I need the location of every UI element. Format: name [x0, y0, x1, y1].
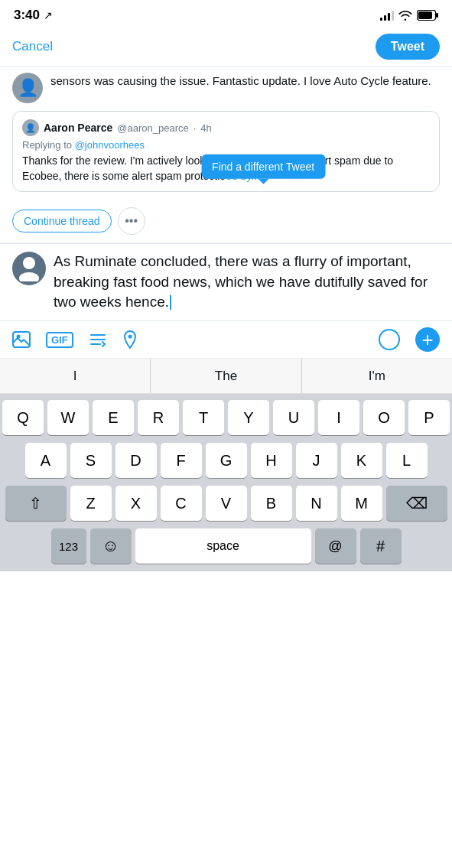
at-label: @: [328, 538, 342, 554]
key-q[interactable]: Q: [2, 400, 44, 435]
key-c[interactable]: C: [161, 486, 202, 521]
compose-toolbar: GIF +: [0, 320, 452, 359]
more-dots-icon: •••: [125, 214, 138, 228]
key-space[interactable]: space: [135, 528, 311, 564]
compose-text-area[interactable]: As Ruminate concluded, there was a flurr…: [46, 252, 440, 313]
quoted-author-avatar: 👤: [22, 119, 39, 136]
tweet-author-avatar: 👤: [12, 73, 43, 103]
plus-icon: +: [421, 330, 433, 349]
autocomplete-item-im[interactable]: I'm: [302, 359, 452, 393]
context-text: sensors was causing the issue. Fantastic…: [50, 73, 440, 90]
add-tweet-button[interactable]: +: [415, 327, 440, 352]
key-l[interactable]: L: [386, 443, 428, 478]
more-options-button[interactable]: •••: [118, 207, 145, 235]
key-f[interactable]: F: [161, 443, 202, 478]
key-b[interactable]: B: [251, 486, 292, 521]
key-j[interactable]: J: [296, 443, 337, 478]
key-d[interactable]: D: [115, 443, 157, 478]
find-different-tweet-tooltip[interactable]: Find a different Tweet: [201, 154, 325, 178]
key-123[interactable]: 123: [51, 528, 86, 564]
key-g[interactable]: G: [206, 443, 247, 478]
quoted-author-handle: @aaron_pearce: [117, 122, 188, 134]
autocomplete-text-the: The: [215, 369, 237, 384]
key-hash[interactable]: #: [360, 528, 402, 564]
autocomplete-bar: I The I'm: [0, 359, 452, 394]
key-a[interactable]: A: [25, 443, 67, 478]
context-tweet-body: sensors was causing the issue. Fantastic…: [43, 73, 440, 90]
top-bar: Cancel Tweet: [0, 28, 452, 67]
key-i[interactable]: I: [318, 400, 359, 435]
backspace-icon: ⌫: [406, 494, 428, 512]
compose-tweet-text: As Ruminate concluded, there was a flurr…: [54, 253, 428, 310]
status-bar: 3:40 ↗: [0, 0, 452, 28]
quoted-time-ago: 4h: [200, 122, 211, 134]
compose-area: As Ruminate concluded, there was a flurr…: [0, 243, 452, 320]
cancel-button[interactable]: Cancel: [12, 36, 53, 57]
svg-rect-2: [418, 11, 432, 19]
hash-label: #: [376, 538, 385, 555]
svg-point-4: [19, 272, 39, 281]
svg-point-10: [128, 335, 132, 339]
key-n[interactable]: N: [296, 486, 337, 521]
autocomplete-text-i: I: [73, 369, 77, 384]
compose-avatar: [12, 252, 46, 285]
key-w[interactable]: W: [47, 400, 89, 435]
emoji-icon: ☺: [102, 536, 119, 556]
tweet-button[interactable]: Tweet: [376, 34, 440, 60]
space-label: space: [206, 539, 239, 553]
shift-icon: ⇧: [29, 494, 42, 512]
keyboard-bottom-row: 123 ☺ space @ #: [2, 528, 450, 564]
action-row: Continue thread •••: [0, 200, 452, 242]
key-y[interactable]: Y: [228, 400, 269, 435]
symbol-label: 123: [59, 540, 78, 553]
wifi-icon: [398, 10, 412, 21]
key-m[interactable]: M: [341, 486, 382, 521]
quoted-author-name: Aaron Pearce: [44, 122, 112, 134]
status-icons: [380, 10, 438, 21]
key-r[interactable]: R: [138, 400, 179, 435]
quoted-time: ·: [193, 122, 197, 134]
svg-rect-1: [436, 13, 438, 18]
quoted-tweet-header: 👤 Aaron Pearce @aaron_pearce · 4h: [22, 119, 430, 136]
key-h[interactable]: H: [251, 443, 292, 478]
progress-circle: [379, 329, 400, 350]
keyboard-row-3: ⇧ Z X C V B N M ⌫: [2, 486, 450, 521]
autocomplete-item-i[interactable]: I: [0, 359, 151, 393]
key-emoji[interactable]: ☺: [90, 528, 132, 564]
key-s[interactable]: S: [70, 443, 112, 478]
gif-button[interactable]: GIF: [46, 332, 73, 348]
battery-icon: [417, 10, 438, 21]
keyboard-row-1: Q W E R T Y U I O P: [2, 400, 450, 435]
location-icon[interactable]: [122, 330, 138, 349]
key-v[interactable]: V: [206, 486, 247, 521]
key-shift[interactable]: ⇧: [5, 486, 67, 521]
key-at[interactable]: @: [315, 528, 356, 564]
key-e[interactable]: E: [93, 400, 134, 435]
signal-icon: [380, 10, 394, 21]
text-cursor: [170, 295, 171, 310]
autocomplete-text-im: I'm: [369, 369, 385, 384]
autocomplete-item-the[interactable]: The: [151, 359, 301, 393]
list-icon[interactable]: [89, 332, 107, 347]
key-u[interactable]: U: [273, 400, 314, 435]
key-backspace[interactable]: ⌫: [386, 486, 447, 521]
keyboard: Q W E R T Y U I O P A S D F G H J K L ⇧ …: [0, 394, 452, 571]
image-icon[interactable]: [12, 331, 31, 348]
key-x[interactable]: X: [115, 486, 157, 521]
gif-label: GIF: [51, 334, 68, 346]
continue-thread-button[interactable]: Continue thread: [12, 210, 112, 232]
navigation-arrow-icon: ↗: [44, 9, 53, 21]
quoted-tweet: 👤 Aaron Pearce @aaron_pearce · 4h Replyi…: [12, 111, 440, 192]
key-t[interactable]: T: [183, 400, 224, 435]
keyboard-row-2: A S D F G H J K L: [2, 443, 450, 478]
key-o[interactable]: O: [363, 400, 405, 435]
quoted-replying-handle: @johnvoorhees: [75, 139, 145, 151]
key-z[interactable]: Z: [70, 486, 112, 521]
quoted-replying-label: Replying to @johnvoorhees: [22, 139, 430, 151]
status-time: 3:40: [14, 8, 40, 23]
key-k[interactable]: K: [341, 443, 382, 478]
thread-area: 👤 sensors was causing the issue. Fantast…: [0, 67, 452, 359]
key-p[interactable]: P: [408, 400, 450, 435]
svg-point-3: [23, 257, 35, 269]
quoted-body-wrapper: Thanks for the review. I'm actively look…: [22, 154, 430, 184]
